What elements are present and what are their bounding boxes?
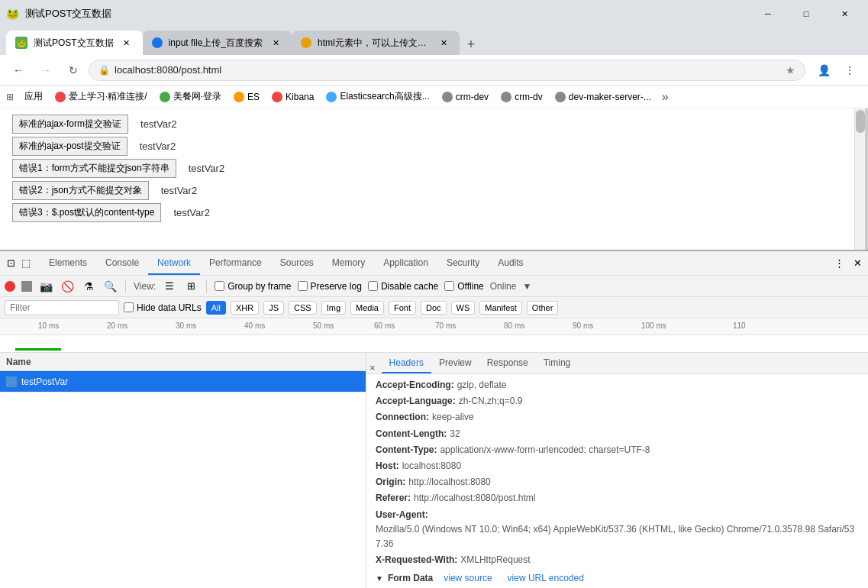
view-grid-icon[interactable]: ⊞	[183, 279, 198, 294]
group-by-frame-label[interactable]: Group by frame	[215, 281, 291, 292]
devtools-tab-performance[interactable]: Performance	[200, 251, 271, 275]
timeline-body	[0, 335, 868, 352]
error3-button[interactable]: 错误3：$.post默认的content-type	[12, 203, 161, 222]
forward-button[interactable]: →	[34, 58, 58, 82]
bookmark-apps[interactable]: 应用	[20, 89, 47, 105]
filter-type-all[interactable]: All	[206, 301, 226, 315]
bookmark-favicon-elasticsearch	[326, 92, 337, 102]
offline-label[interactable]: Offline	[444, 281, 483, 292]
bookmark-label-apps: 应用	[24, 90, 43, 103]
preserve-log-label[interactable]: Preserve log	[298, 281, 362, 292]
bookmark-dev-maker[interactable]: dev-maker-server-...	[550, 90, 656, 104]
bookmark-elasticsearch[interactable]: Elasticsearch高级搜...	[321, 89, 434, 105]
bookmark-crm-dev[interactable]: crm-dev	[437, 90, 493, 104]
detail-tab-response[interactable]: Response	[479, 353, 536, 373]
devtools-tab-security[interactable]: Security	[437, 251, 489, 275]
nav-bar: ← → ↻ 🔒 localhost:8080/post.html ★ 👤 ⋮	[0, 55, 868, 86]
tick-60ms: 60 ms	[374, 321, 395, 330]
filter-type-doc[interactable]: Doc	[421, 301, 447, 315]
back-button[interactable]: ←	[6, 58, 31, 82]
group-by-frame-checkbox[interactable]	[215, 281, 224, 291]
devtools-inspect-icon[interactable]: ⬚	[18, 256, 34, 271]
bookmark-favicon-es	[234, 92, 244, 102]
devtools-tab-memory[interactable]: Memory	[323, 251, 374, 275]
devtools-tab-console[interactable]: Console	[96, 251, 148, 275]
devtools-close-icon[interactable]: ✕	[850, 256, 865, 271]
clear-button[interactable]: 🚫	[60, 279, 75, 294]
filter-type-xhr[interactable]: XHR	[231, 301, 259, 315]
filter-type-js[interactable]: JS	[263, 301, 284, 315]
detail-tab-preview[interactable]: Preview	[431, 353, 479, 373]
bookmark-crm-dv[interactable]: crm-dv	[496, 90, 547, 104]
filter-button[interactable]: ⚗	[81, 279, 96, 294]
devtools-more-icon[interactable]: ⋮	[831, 256, 847, 271]
camera-button[interactable]: 📷	[38, 279, 53, 294]
hide-data-urls-label[interactable]: Hide data URLs	[124, 302, 202, 313]
detail-tab-headers[interactable]: Headers	[382, 353, 431, 373]
devtools-dock-icon[interactable]: ⊡	[3, 256, 18, 271]
record-button[interactable]	[5, 281, 15, 292]
offline-checkbox[interactable]	[444, 281, 454, 291]
filter-type-font[interactable]: Font	[389, 301, 416, 315]
ajax-form-button[interactable]: 标准的ajax-form提交验证	[12, 115, 128, 134]
tab-close-1[interactable]: ✕	[120, 36, 134, 50]
view-list-icon[interactable]: ☰	[162, 279, 177, 294]
filter-type-media[interactable]: Media	[350, 301, 384, 315]
close-button[interactable]: ✕	[827, 2, 862, 25]
devtools-toolbar-right: ⋮ ✕	[831, 256, 865, 271]
filter-type-img[interactable]: Img	[321, 301, 346, 315]
stop-button[interactable]	[21, 281, 32, 292]
bookmark-es[interactable]: ES	[229, 90, 264, 104]
settings-button[interactable]: ⋮	[837, 58, 862, 82]
header-user-agent: User-Agent: Mozilla/5.0 (Windows NT 10.0…	[366, 507, 868, 553]
devtools-tab-sources[interactable]: Sources	[271, 251, 323, 275]
details-close-button[interactable]: ×	[369, 362, 382, 373]
bookmark-meican[interactable]: 美餐网·登录	[155, 89, 226, 105]
devtools-tab-application[interactable]: Application	[374, 251, 437, 275]
devtools-tab-elements[interactable]: Elements	[40, 251, 96, 275]
bookmark-love-study[interactable]: 爱上学习·精准连接/	[50, 89, 152, 105]
bookmark-kibana[interactable]: Kibana	[267, 90, 318, 104]
preserve-log-checkbox[interactable]	[298, 281, 308, 291]
address-bar[interactable]: 🔒 localhost:8080/post.html ★	[89, 60, 805, 81]
search-button[interactable]: 🔍	[102, 279, 118, 294]
filter-type-other[interactable]: Other	[527, 301, 559, 315]
requests-list: testPostVar	[0, 371, 366, 588]
error1-button[interactable]: 错误1：form方式不能提交json字符串	[12, 159, 176, 178]
request-row-testpostvar[interactable]: testPostVar	[0, 371, 366, 393]
reload-button[interactable]: ↻	[61, 58, 86, 82]
tab-1[interactable]: 🐸 测试POST交互数据 ✕	[6, 31, 143, 55]
devtools-tab-network[interactable]: Network	[148, 251, 200, 275]
disable-cache-checkbox[interactable]	[368, 281, 378, 291]
hide-data-urls-checkbox[interactable]	[124, 302, 134, 312]
user-menu-button[interactable]: 👤	[812, 58, 836, 82]
view-url-encoded-link[interactable]: view URL encoded	[508, 571, 584, 586]
page-row-4: 错误2：json方式不能提交对象 testVar2	[12, 181, 853, 200]
filter-type-css[interactable]: CSS	[289, 301, 317, 315]
form-data-section-header[interactable]: ▼ Form Data view source view URL encoded	[366, 568, 868, 588]
page-scrollbar[interactable]	[854, 108, 865, 250]
window-controls: ─ □ ✕	[750, 2, 862, 25]
minimize-button[interactable]: ─	[750, 2, 786, 25]
tab-close-3[interactable]: ✕	[437, 36, 450, 50]
new-tab-button[interactable]: +	[460, 34, 482, 55]
tab-2[interactable]: input file上传_百度搜索 ✕	[143, 31, 292, 55]
disable-cache-label[interactable]: Disable cache	[368, 281, 438, 292]
page-scrollbar-thumb[interactable]	[856, 110, 865, 133]
online-dropdown[interactable]: ▼	[522, 281, 531, 292]
devtools-tab-audits[interactable]: Audits	[489, 251, 532, 275]
tab-close-2[interactable]: ✕	[269, 36, 282, 50]
details-content[interactable]: Accept-Encoding: gzip, deflate Accept-La…	[366, 374, 868, 588]
filter-type-manifest[interactable]: Manifest	[479, 301, 522, 315]
error2-button[interactable]: 错误2：json方式不能提交对象	[12, 181, 149, 200]
tab-3[interactable]: html元素中，可以上传文件的唯一... ✕	[292, 31, 460, 55]
maximize-button[interactable]: □	[789, 2, 824, 25]
bookmarks-bar: ⊞ 应用 爱上学习·精准连接/ 美餐网·登录 ES Kibana Elastic…	[0, 86, 868, 108]
ajax-post-button[interactable]: 标准的ajax-post提交验证	[12, 137, 127, 156]
filter-input[interactable]	[5, 300, 119, 315]
view-source-link[interactable]: view source	[444, 571, 492, 586]
detail-tab-timing[interactable]: Timing	[536, 353, 579, 373]
filter-type-ws[interactable]: WS	[451, 301, 476, 315]
nav-icons: 👤 ⋮	[812, 58, 862, 82]
address-text: localhost:8080/post.html	[115, 64, 781, 76]
